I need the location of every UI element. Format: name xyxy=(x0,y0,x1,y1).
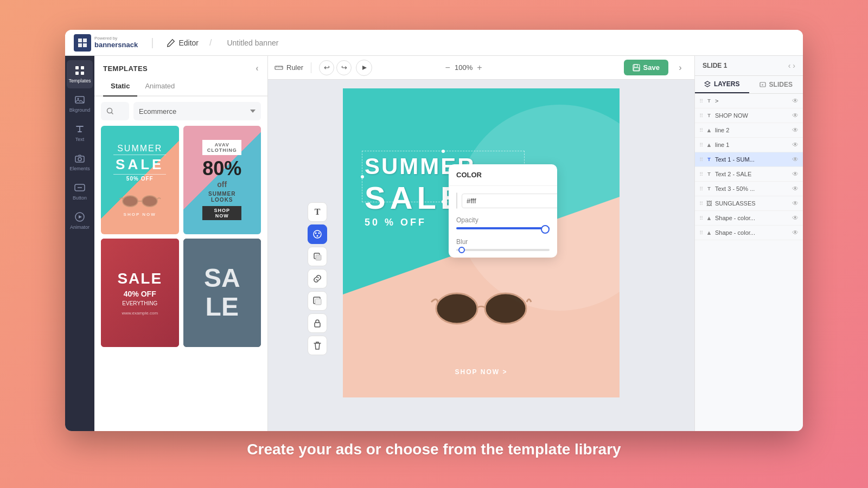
layer-item-text3[interactable]: ⠿ T Text 3 - 50% ... 👁 xyxy=(695,182,803,196)
layer-item-sunglasses[interactable]: ⠿ 🖼 SUNGLASSES 👁 xyxy=(695,196,803,211)
eye-icon[interactable]: 👁 xyxy=(792,170,799,178)
camera-icon xyxy=(74,153,85,164)
handle-bottom[interactable] xyxy=(442,200,445,203)
undo-button[interactable]: ↩ xyxy=(319,60,334,75)
sidebar-label-button: Button xyxy=(73,195,87,201)
color-hex-input[interactable] xyxy=(462,194,557,208)
slides-tab-label: SLIDES xyxy=(769,81,793,88)
breadcrumb-sep: / xyxy=(209,38,212,48)
tab-layers[interactable]: LAYERS xyxy=(695,76,749,93)
blur-slider[interactable] xyxy=(456,249,550,251)
eye-icon[interactable]: 👁 xyxy=(792,156,799,163)
layer-item-line2[interactable]: ⠿ ▲ line 2 👁 xyxy=(695,123,803,138)
bottom-tagline: Create your ads or choose from the templ… xyxy=(247,441,621,458)
slide-nav: SLIDE 1 ‹ › xyxy=(695,56,803,76)
tab-static[interactable]: Static xyxy=(103,79,137,97)
svg-rect-5 xyxy=(81,66,84,69)
shadow-tool-btn[interactable] xyxy=(308,247,327,266)
svg-rect-0 xyxy=(78,38,82,42)
banner-shop-text: SHOP NOW > xyxy=(455,368,508,376)
eye-icon[interactable]: 👁 xyxy=(792,200,799,207)
tab-animated[interactable]: Animated xyxy=(137,79,182,97)
zoom-plus[interactable]: + xyxy=(477,63,482,73)
canvas-toolbar: Ruler ↩ ↪ − 100% + xyxy=(268,56,694,80)
save-button[interactable]: Save xyxy=(624,60,668,75)
layers-tab-label: LAYERS xyxy=(714,80,740,88)
layer-item-shape2[interactable]: ⠿ ▲ Shape - color... 👁 xyxy=(695,226,803,240)
nav-arrows: ‹ › xyxy=(788,61,795,70)
sidebar-label-templates: Templates xyxy=(68,78,91,84)
eye-icon[interactable]: 👁 xyxy=(792,141,799,149)
link-icon xyxy=(312,274,322,284)
prev-slide-btn[interactable]: ‹ xyxy=(788,61,791,70)
image-icon xyxy=(74,94,85,105)
color-popup-title: COLOR xyxy=(449,164,557,186)
replace-tool-btn[interactable] xyxy=(308,291,327,311)
eye-icon[interactable]: 👁 xyxy=(792,185,799,192)
sidebar-item-animator[interactable]: Animator xyxy=(67,207,93,235)
color-tool-btn[interactable] xyxy=(308,224,327,244)
handle-left[interactable] xyxy=(361,175,364,178)
color-swatch[interactable] xyxy=(456,192,457,209)
handle-top[interactable] xyxy=(442,150,445,153)
eye-icon[interactable]: 👁 xyxy=(792,112,799,119)
eye-icon[interactable]: 👁 xyxy=(792,126,799,134)
search-row: Ecommerce Fashion Technology Food Travel xyxy=(94,97,267,126)
app-window: Powered by bannersnack | Editor / Untitl… xyxy=(65,30,803,431)
next-slide-btn[interactable]: › xyxy=(793,61,795,70)
editor-label: Editor xyxy=(178,38,199,47)
color-popup-body: ⎘ Opacity Blur xyxy=(449,186,557,258)
layer-icon-shape: ▲ xyxy=(705,229,713,236)
opacity-label: Opacity xyxy=(456,216,550,224)
sidebar-item-text[interactable]: Text xyxy=(67,119,93,147)
redo-button[interactable]: ↪ xyxy=(336,60,352,75)
category-select[interactable]: Ecommerce Fashion Technology Food Travel xyxy=(133,102,261,120)
drag-handle: ⠿ xyxy=(699,127,703,133)
slide-label: SLIDE 1 xyxy=(703,62,727,69)
grid-icon xyxy=(74,65,85,76)
panel-title: TEMPLATES xyxy=(103,65,148,73)
sunglasses-image xyxy=(427,287,535,332)
layer-item-shopnow[interactable]: ⠿ T SHOP NOW 👁 xyxy=(695,108,803,123)
eye-icon[interactable]: 👁 xyxy=(792,97,799,105)
layer-item-line1[interactable]: ⠿ ▲ line 1 👁 xyxy=(695,138,803,152)
svg-rect-36 xyxy=(316,255,321,260)
layer-name: Text 3 - 50% ... xyxy=(715,185,790,192)
ruler-button[interactable]: Ruler xyxy=(275,63,303,72)
text-tool-btn[interactable]: T xyxy=(308,202,327,222)
sidebar-item-background[interactable]: Bkground xyxy=(67,89,93,118)
layer-item-text2[interactable]: ⠿ T Text 2 - SALE 👁 xyxy=(695,167,803,182)
sidebar-item-elements[interactable]: Elements xyxy=(67,148,93,176)
template-card-3[interactable]: SALE 40% OFF EVERYTHING www.example.com xyxy=(101,239,179,347)
sidebar-item-button[interactable]: Button xyxy=(67,177,93,206)
zoom-minus[interactable]: − xyxy=(445,63,450,73)
expand-arrow-btn[interactable]: › xyxy=(673,60,688,75)
svg-point-31 xyxy=(314,230,321,238)
layer-item-text1[interactable]: ⠿ T Text 1 - SUM... 👁 xyxy=(695,152,803,167)
layer-item-shape1[interactable]: ⠿ ▲ Shape - color... 👁 xyxy=(695,211,803,226)
panel-collapse-btn[interactable]: ‹ xyxy=(256,63,259,73)
layer-item-group[interactable]: ⠿ T > 👁 xyxy=(695,94,803,108)
toolbar-sep-1 xyxy=(311,62,311,73)
banner-title[interactable]: Untitled banner xyxy=(227,38,278,47)
sidebar-item-templates[interactable]: Templates xyxy=(67,60,93,88)
template-card-4[interactable]: SALE xyxy=(183,239,261,347)
link-tool-btn[interactable] xyxy=(308,269,327,288)
right-panel: SLIDE 1 ‹ › LAYERS xyxy=(694,56,803,431)
tab-slides[interactable]: SLIDES xyxy=(749,76,803,93)
editor-tab[interactable]: Editor xyxy=(167,38,199,47)
svg-point-30 xyxy=(485,293,526,324)
lock-icon xyxy=(312,318,322,328)
delete-tool-btn[interactable] xyxy=(308,336,327,355)
drag-handle: ⠿ xyxy=(699,215,703,221)
opacity-slider[interactable] xyxy=(456,227,550,229)
layer-name: SUNGLASSES xyxy=(715,200,790,207)
search-box[interactable] xyxy=(101,102,129,120)
eye-icon[interactable]: 👁 xyxy=(792,214,799,222)
lock-tool-btn[interactable] xyxy=(308,313,327,333)
eye-icon[interactable]: 👁 xyxy=(792,229,799,236)
play-button[interactable] xyxy=(356,60,372,76)
template-card-1[interactable]: SUMMER SALE 50% OFF SHO xyxy=(101,126,179,234)
canvas-area: Ruler ↩ ↪ − 100% + xyxy=(268,56,694,431)
template-card-2[interactable]: AVAV CLOTHING 80% off SUMMER LOOKS SHOP … xyxy=(183,126,261,234)
